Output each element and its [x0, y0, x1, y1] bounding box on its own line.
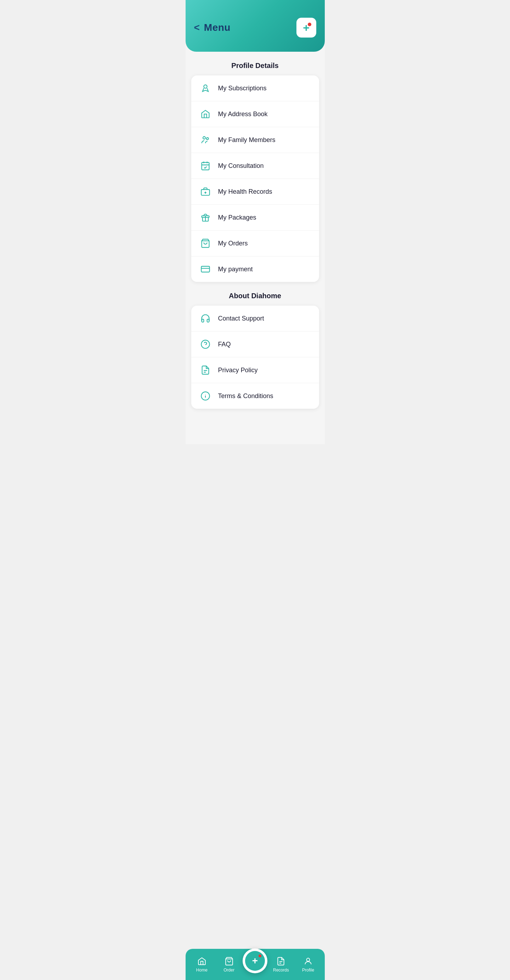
contact-support-label: Contact Support	[218, 315, 264, 322]
faq-label: FAQ	[218, 341, 231, 348]
menu-item-contact-support[interactable]: Contact Support	[191, 305, 319, 331]
menu-item-packages[interactable]: My Packages	[191, 205, 319, 231]
menu-item-address-book[interactable]: My Address Book	[191, 101, 319, 127]
privacy-label: Privacy Policy	[218, 367, 258, 374]
header: < Menu +	[186, 0, 325, 52]
svg-rect-10	[201, 266, 209, 272]
content-area: Profile Details My Subscriptions	[186, 52, 325, 444]
svg-point-1	[203, 137, 205, 139]
consultation-label: My Consultation	[218, 162, 264, 170]
headphones-icon	[200, 313, 211, 324]
svg-point-12	[201, 340, 209, 348]
health-records-label: My Health Records	[218, 188, 272, 196]
users-icon	[200, 134, 211, 146]
family-label: My Family Members	[218, 136, 276, 144]
logo-badge: +	[296, 18, 316, 38]
orders-label: My Orders	[218, 240, 248, 247]
phone-container: < Menu + Profile Details My Subscription…	[186, 0, 325, 444]
packages-label: My Packages	[218, 214, 256, 221]
menu-item-terms[interactable]: Terms & Conditions	[191, 383, 319, 409]
gift-icon	[200, 212, 211, 223]
svg-point-0	[203, 85, 207, 88]
profile-section-title: Profile Details	[186, 52, 325, 75]
award-icon	[200, 83, 211, 94]
terms-label: Terms & Conditions	[218, 393, 273, 400]
header-left: < Menu	[194, 22, 230, 33]
basket-icon	[200, 238, 211, 249]
profile-card: My Subscriptions My Address Book	[191, 75, 319, 282]
svg-rect-3	[202, 162, 209, 170]
menu-item-subscriptions[interactable]: My Subscriptions	[191, 75, 319, 101]
payment-label: My payment	[218, 266, 253, 273]
menu-item-health-records[interactable]: My Health Records	[191, 179, 319, 205]
file-text-icon	[200, 364, 211, 376]
home-icon	[200, 108, 211, 120]
address-book-label: My Address Book	[218, 110, 268, 118]
svg-point-2	[206, 138, 208, 140]
calendar-check-icon	[200, 160, 211, 172]
menu-item-family[interactable]: My Family Members	[191, 127, 319, 153]
credit-card-icon	[200, 264, 211, 275]
logo-dot	[308, 23, 311, 26]
back-button[interactable]: <	[194, 23, 200, 33]
about-card: Contact Support FAQ	[191, 305, 319, 409]
menu-item-orders[interactable]: My Orders	[191, 231, 319, 256]
page-title: Menu	[204, 22, 230, 33]
subscriptions-label: My Subscriptions	[218, 85, 267, 92]
briefcase-medical-icon	[200, 186, 211, 197]
menu-item-privacy[interactable]: Privacy Policy	[191, 357, 319, 383]
menu-item-payment[interactable]: My payment	[191, 256, 319, 282]
menu-item-faq[interactable]: FAQ	[191, 331, 319, 357]
menu-item-consultation[interactable]: My Consultation	[191, 153, 319, 179]
help-circle-icon	[200, 339, 211, 350]
info-icon	[200, 390, 211, 402]
about-section-title: About Diahome	[186, 282, 325, 305]
